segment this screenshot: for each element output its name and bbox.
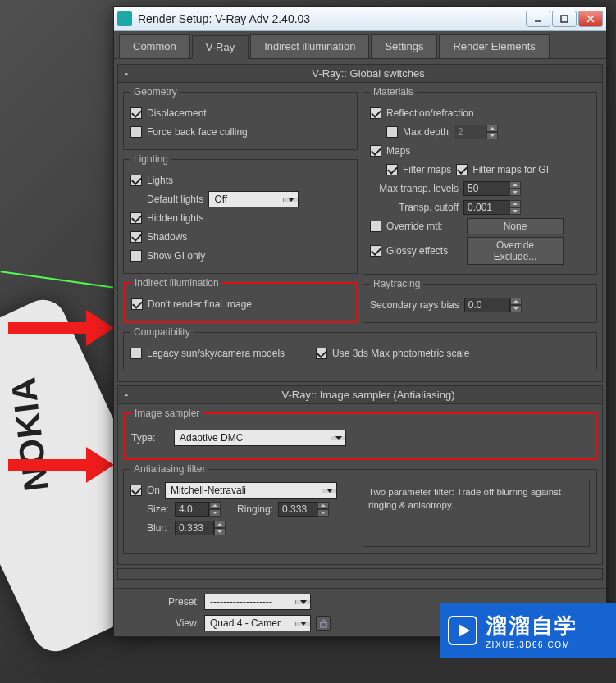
select-aa-filter[interactable]: Mitchell-Netravali [165, 482, 337, 499]
watermark-badge: 溜溜自学 ZIXUE.3D66.COM [440, 603, 616, 658]
lbl-override-mtl[interactable]: Override mtl: [386, 221, 462, 232]
chk-hidden-lights[interactable] [130, 212, 142, 224]
render-setup-dialog: Render Setup: V-Ray Adv 2.40.03 Common V… [113, 6, 607, 637]
chevron-down-icon [331, 436, 345, 440]
lbl-force-bfc[interactable]: Force back face culling [147, 126, 248, 138]
legend-aa: Antialiasing filter [130, 463, 208, 475]
rollout-next[interactable] [117, 568, 603, 580]
lbl-photometric[interactable]: Use 3ds Max photometric scale [332, 348, 469, 359]
legend-indirect: Indirect illumination [131, 277, 222, 289]
tab-settings[interactable]: Settings [371, 34, 437, 58]
legend-materials: Materials [370, 86, 417, 98]
lbl-dont-render[interactable]: Don't render final image [148, 298, 252, 310]
lbl-hidden-lights[interactable]: Hidden lights [147, 212, 203, 224]
lbl-max-transp: Max transp. levels [370, 183, 459, 194]
chk-displacement[interactable] [130, 107, 142, 119]
legend-geometry: Geometry [130, 86, 180, 98]
lock-view-icon[interactable] [316, 616, 331, 631]
select-view[interactable]: Quad 4 - Camer [204, 615, 311, 631]
tabbar: Common V-Ray Indirect illumination Setti… [114, 31, 606, 58]
chk-show-gi[interactable] [130, 250, 142, 262]
chk-force-bfc[interactable] [130, 126, 142, 138]
spinner-secondary-bias[interactable] [464, 298, 522, 312]
btn-override-none[interactable]: None [467, 218, 564, 234]
rollout-title-2: V-Ray:: Image sampler (Antialiasing) [141, 389, 595, 401]
legend-compat: Compatibility [130, 326, 194, 338]
lbl-lights[interactable]: Lights [147, 175, 173, 186]
chk-glossy[interactable] [370, 245, 381, 257]
rollout-header[interactable]: - V-Ray:: Global switches [118, 65, 602, 83]
tab-vray[interactable]: V-Ray [192, 35, 249, 59]
spinner-blur[interactable] [175, 521, 226, 535]
spinner-maxdepth[interactable] [454, 125, 498, 139]
spinner-transp-cutoff[interactable] [463, 200, 521, 215]
group-image-sampler: Image sampler Type: Adaptive DMC [123, 408, 597, 460]
chk-refl[interactable] [370, 107, 381, 119]
rollout-image-sampler: - V-Ray:: Image sampler (Antialiasing) I… [117, 385, 603, 565]
chk-aa-on[interactable] [130, 485, 142, 496]
chk-lights[interactable] [130, 175, 142, 186]
rollout-title: V-Ray:: Global switches [141, 67, 595, 80]
chk-filter-maps-gi[interactable] [456, 164, 468, 175]
lbl-maxdepth[interactable]: Max depth [403, 126, 449, 138]
titlebar[interactable]: Render Setup: V-Ray Adv 2.40.03 [114, 7, 606, 31]
watermark-title: 溜溜自学 [486, 612, 577, 640]
lbl-filter-maps[interactable]: Filter maps [403, 164, 451, 175]
lbl-glossy[interactable]: Glossy effects [386, 245, 462, 257]
spinner-size[interactable] [175, 502, 221, 517]
lbl-shadows[interactable]: Shadows [147, 231, 187, 243]
lbl-secondary-bias: Secondary rays bias [370, 299, 459, 311]
tab-render-elements[interactable]: Render Elements [439, 34, 549, 58]
tab-common[interactable]: Common [119, 34, 190, 58]
tab-indirect[interactable]: Indirect illumination [250, 34, 369, 58]
close-button[interactable] [578, 11, 603, 27]
lbl-aa-on[interactable]: On [147, 485, 160, 496]
chevron-down-icon [295, 622, 310, 626]
window-title: Render Setup: V-Ray Adv 2.40.03 [138, 12, 526, 25]
lbl-show-gi[interactable]: Show GI only [147, 250, 205, 262]
lbl-preset: Preset: [122, 596, 199, 608]
maximize-button[interactable] [552, 11, 577, 27]
spinner-ringing[interactable] [278, 502, 329, 517]
lbl-refl[interactable]: Reflection/refraction [386, 107, 474, 119]
spinner-max-transp[interactable] [463, 181, 521, 196]
chk-maxdepth[interactable] [386, 126, 398, 138]
chk-photometric[interactable] [316, 348, 327, 359]
chk-filter-maps[interactable] [386, 164, 398, 175]
chevron-down-icon [322, 489, 336, 493]
group-compatibility: Compatibility Legacy sun/sky/camera mode… [123, 326, 597, 371]
rollout-header-2[interactable]: - V-Ray:: Image sampler (Antialiasing) [118, 386, 602, 404]
chk-dont-render[interactable] [131, 298, 143, 310]
select-default-lights[interactable]: Off [208, 191, 299, 207]
chk-shadows[interactable] [130, 231, 142, 243]
lbl-filter-maps-gi[interactable]: Filter maps for GI [472, 164, 549, 175]
group-materials: Materials Reflection/refraction Max dept… [363, 86, 597, 275]
lbl-displacement[interactable]: Displacement [147, 107, 207, 119]
chk-legacy[interactable] [130, 348, 142, 359]
group-indirect-illumination: Indirect illumination Don't render final… [123, 277, 358, 323]
btn-override-exclude[interactable]: Override Exclude... [467, 237, 564, 265]
collapse-icon[interactable]: - [125, 389, 135, 401]
chevron-down-icon [295, 600, 310, 604]
lbl-type: Type: [131, 432, 169, 444]
chk-override-mtl[interactable] [370, 221, 381, 232]
svg-marker-6 [459, 624, 470, 637]
aa-description: Two parameter filter: Trade off blurring… [363, 480, 590, 547]
lbl-view: View: [122, 617, 199, 629]
group-aa-filter: Antialiasing filter On Mitchell-Netraval… [123, 463, 597, 554]
select-preset[interactable]: ------------------- [204, 594, 311, 610]
group-lighting: Lighting Lights Default lights Off Hidde… [123, 153, 358, 274]
rollout-global-switches: - V-Ray:: Global switches Geometry Displ… [117, 64, 603, 382]
collapse-icon[interactable]: - [125, 68, 135, 80]
group-raytracing: Raytracing Secondary rays bias [363, 278, 597, 323]
lbl-maps[interactable]: Maps [386, 145, 410, 157]
lbl-legacy[interactable]: Legacy sun/sky/camera models [147, 348, 311, 359]
chk-maps[interactable] [370, 145, 381, 157]
minimize-button[interactable] [526, 11, 550, 27]
lbl-size: Size: [147, 503, 170, 515]
lbl-default-lights: Default lights [147, 194, 203, 205]
legend-sampler: Image sampler [131, 408, 203, 419]
select-sampler-type[interactable]: Adaptive DMC [174, 430, 346, 446]
lbl-transp-cutoff: Transp. cutoff [370, 202, 459, 213]
legend-lighting: Lighting [130, 153, 171, 165]
